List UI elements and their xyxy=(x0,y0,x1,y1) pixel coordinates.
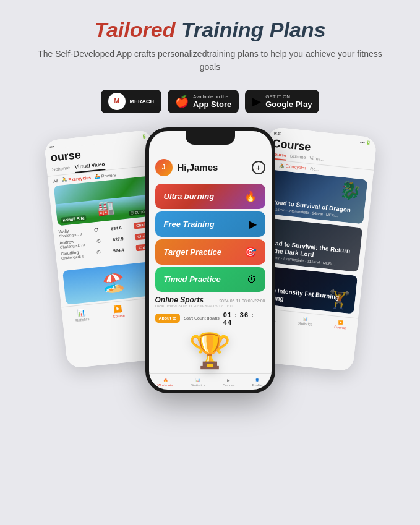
windmill: 🏭 xyxy=(96,199,114,217)
cp-nav-label-profile: Profile xyxy=(252,383,262,387)
merach-text: MERACH xyxy=(130,98,155,105)
cp-greeting: Hi,James xyxy=(178,162,252,173)
cp-nav-statistics[interactable]: 📊 Statistics xyxy=(191,378,205,387)
target-icon: 🎯 xyxy=(244,246,257,258)
cp-content: 9:41 J Hi,James + Ultra burning 🔥 Free T… xyxy=(149,131,272,371)
ultra-burning-button[interactable]: Ultra burning 🔥 xyxy=(155,184,265,209)
cp-nav-workouts[interactable]: 🔥 Workouts xyxy=(158,378,173,387)
phone-notch xyxy=(186,131,235,145)
lp-filter-exercycles[interactable]: 🚴 Exercycles xyxy=(61,174,91,182)
cp-nav-label-statistics: Statistics xyxy=(191,383,205,387)
workouts-icon: 🔥 xyxy=(163,378,168,382)
rp-filter-exercycles[interactable]: 🚴 Exercycles xyxy=(278,163,306,171)
ultra-icon: 🔥 xyxy=(244,190,257,202)
lp-signal: ▪▪▪ xyxy=(49,144,54,149)
lp-nav-label-course: Course xyxy=(113,314,125,318)
lb-icon-3: ⏱ xyxy=(95,249,101,255)
merach-icon: M xyxy=(108,93,126,110)
free-icon: ▶ xyxy=(249,218,257,230)
rp-time: 9:41 xyxy=(273,130,281,136)
trophy-icon: 🏆 xyxy=(189,331,231,371)
title-rest: Training Plans xyxy=(175,18,325,41)
target-practice-button[interactable]: Target Practice 🎯 xyxy=(155,239,265,265)
lb-score-3: 574.4 xyxy=(113,247,124,253)
timed-label: Timed Practice xyxy=(164,275,221,284)
rp-filter-rowers[interactable]: Ro... xyxy=(309,166,319,173)
free-label: Free Training xyxy=(164,220,215,229)
cp-header: J Hi,James + xyxy=(149,142,272,181)
lp-filter-all[interactable]: All xyxy=(53,178,58,184)
page-header: Tailored Training Plans The Self-Develop… xyxy=(0,0,420,81)
app-store-big: App Store xyxy=(193,100,231,109)
timed-icon: ⏱ xyxy=(247,274,257,285)
cp-trophy: 🏆 xyxy=(149,331,272,371)
rowers-icon: 🚣 xyxy=(94,174,100,179)
cp-os-header: Online Sports 2024.05.11 08:00-22:00 xyxy=(155,296,265,304)
cp-nav-course[interactable]: ▶ Course xyxy=(223,378,234,387)
statistics-icon: 📊 xyxy=(195,378,200,382)
free-training-button[interactable]: Free Training ▶ xyxy=(155,211,265,237)
windmill-icon: 🏭 xyxy=(96,199,114,217)
lp-battery: 🔋 xyxy=(141,134,147,139)
merach-badge[interactable]: M MERACH xyxy=(101,90,162,113)
cp-nav-label-workouts: Workouts xyxy=(158,383,173,387)
stats-icon: 📊 xyxy=(76,308,85,317)
cp-nav-profile[interactable]: 👤 Profile xyxy=(252,378,262,387)
cp-online-sports: Online Sports 2024.05.11 08:00-22:00 Loc… xyxy=(155,296,265,326)
google-small: GET IT ON xyxy=(265,94,312,100)
rp-card-1[interactable]: 🐉 Road to Survival of Dragon ⏱ 15min · I… xyxy=(265,169,367,224)
rp-stats-icon: 📊 xyxy=(302,316,307,321)
lp-nav-stats[interactable]: 📊 Statistics xyxy=(73,308,89,322)
store-badges: M MERACH 🍎 Available on the App Store ▶ … xyxy=(101,90,320,113)
rp-nav-label-course: Course xyxy=(333,325,346,330)
rp-nav-statistics[interactable]: 📊 Statistics xyxy=(297,315,312,326)
apple-icon: 🍎 xyxy=(175,95,189,108)
phones-container: ▪▪▪ 🔋 ourse Scheme Virtual Video All 🚴 E… xyxy=(0,124,420,525)
ultra-label: Ultra burning xyxy=(164,192,215,201)
cp-os-row: About to Start Count downs 01 : 36 : 44 xyxy=(155,311,265,326)
title-tailored: Tailored xyxy=(94,18,175,41)
rp-card-overlay-1: Road to Survival of Dragon ⏱ 15min · Int… xyxy=(265,169,367,224)
google-play-badge[interactable]: ▶ GET IT ON Google Play xyxy=(245,90,319,113)
cp-countdown-timer: 01 : 36 : 44 xyxy=(223,311,265,326)
cp-bottom-nav: 🔥 Workouts 📊 Statistics ▶ Course 👤 Profi… xyxy=(149,373,272,390)
lb-icon-1: ⏱ xyxy=(93,227,98,233)
course-icon: ▶️ xyxy=(113,304,122,313)
cp-profile-icon: 👤 xyxy=(255,378,259,382)
google-text: GET IT ON Google Play xyxy=(265,94,312,109)
app-store-text: Available on the App Store xyxy=(193,94,231,109)
timed-practice-button[interactable]: Timed Practice ⏱ xyxy=(155,267,265,292)
lp-nav-label-stats: Statistics xyxy=(74,317,90,322)
cp-about-button[interactable]: About to xyxy=(155,314,181,323)
target-label: Target Practice xyxy=(164,247,221,257)
phone-center-inner: 9:41 J Hi,James + Ultra burning 🔥 Free T… xyxy=(149,131,272,390)
lb-icon-2: ⏱ xyxy=(96,238,101,244)
rp-exercycles-icon: 🚴 xyxy=(278,163,285,168)
cp-course-icon: ▶ xyxy=(227,378,230,382)
rp-signal: ▪▪▪ 🔋 xyxy=(359,140,371,146)
lb-score-1: 684.6 xyxy=(110,225,121,231)
lp-nav-course[interactable]: ▶️ Course xyxy=(111,304,124,318)
lb-name-1: WallyChallenged: 9 xyxy=(58,227,82,238)
rp-tab-scheme[interactable]: Scheme xyxy=(289,153,306,163)
rp-tab-virtual[interactable]: Virtua... xyxy=(309,156,324,164)
rp-nav-course[interactable]: ▶️ Course xyxy=(333,319,346,330)
rp-card-2[interactable]: Road to Survival: the Return of the Dark… xyxy=(260,218,362,272)
lb-name-2: AndrewChallenged: 72 xyxy=(59,238,85,249)
lp-filter-rowers[interactable]: 🚣 Rowers xyxy=(94,172,116,179)
app-store-small: Available on the xyxy=(193,94,231,100)
phone-center: 9:41 J Hi,James + Ultra burning 🔥 Free T… xyxy=(145,127,275,393)
cp-local-time: Local Time:2024.05.11 20:00-2024.05.12 1… xyxy=(155,304,265,308)
app-store-badge[interactable]: 🍎 Available on the App Store xyxy=(168,90,239,113)
exercycles-icon: 🚴 xyxy=(61,177,67,182)
lp-tab-scheme[interactable]: Scheme xyxy=(51,165,71,176)
rp-course-icon: ▶️ xyxy=(338,320,343,325)
cp-os-datetime: 2024.05.11 08:00-22:00 xyxy=(219,299,265,303)
lb-score-2: 627.9 xyxy=(112,236,123,242)
cp-plus-button[interactable]: + xyxy=(252,161,265,174)
cp-start-countdown: Start Count downs xyxy=(184,316,220,320)
google-icon: ▶ xyxy=(252,95,261,108)
subtitle: The Self-Developed App crafts personaliz… xyxy=(37,48,383,74)
rp-nav-label-statistics: Statistics xyxy=(297,321,312,326)
cp-nav-label-course: Course xyxy=(223,383,234,387)
